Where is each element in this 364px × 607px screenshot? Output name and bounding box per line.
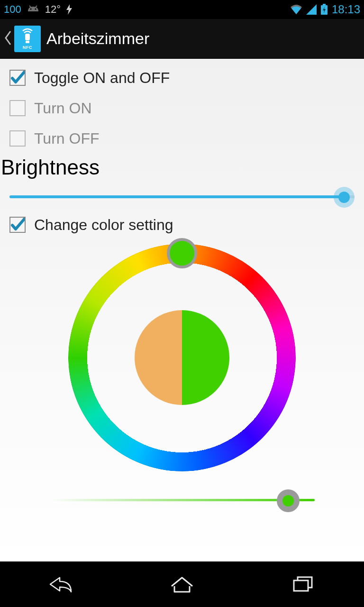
svg-rect-8 — [294, 580, 308, 591]
checkbox-turn-off[interactable] — [9, 130, 26, 147]
label-toggle: Toggle ON and OFF — [34, 69, 170, 87]
status-left: 100 12° — [4, 3, 73, 16]
battery-percent-text: 100 — [4, 3, 21, 16]
row-turn-on[interactable]: Turn ON — [0, 93, 364, 123]
cell-signal-icon — [306, 4, 317, 15]
nav-bar — [0, 561, 364, 607]
label-turn-off: Turn OFF — [34, 130, 99, 147]
brightness-thumb[interactable] — [334, 187, 355, 208]
saturation-thumb[interactable] — [277, 489, 300, 512]
brightness-track-fill — [9, 195, 344, 198]
label-change-color: Change color setting — [34, 216, 173, 234]
content: Toggle ON and OFF Turn ON Turn OFF Brigh… — [0, 59, 364, 561]
battery-charging-icon — [320, 4, 328, 15]
svg-rect-6 — [25, 34, 30, 40]
color-wheel[interactable] — [68, 244, 296, 471]
status-bar: 100 12° 18:13 — [0, 0, 364, 19]
back-icon[interactable] — [4, 30, 12, 47]
checkbox-toggle[interactable] — [9, 70, 26, 86]
label-turn-on: Turn ON — [34, 100, 92, 117]
brightness-label: Brightness — [0, 154, 364, 182]
bolt-icon — [65, 4, 73, 15]
saturation-track — [49, 499, 315, 501]
saturation-slider[interactable] — [49, 486, 315, 514]
status-right: 18:13 — [290, 3, 360, 16]
color-ring-thumb[interactable] — [167, 238, 197, 268]
svg-point-1 — [35, 8, 36, 9]
row-change-color[interactable]: Change color setting — [0, 211, 364, 239]
wifi-icon — [290, 4, 302, 15]
checkbox-turn-on[interactable] — [9, 100, 26, 116]
svg-line-3 — [36, 6, 37, 7]
page-title: Arbeitszimmer — [46, 29, 149, 48]
action-bar: NFC Arbeitszimmer — [0, 19, 364, 59]
svg-point-0 — [30, 8, 31, 9]
temperature-text: 12° — [45, 3, 61, 16]
app-icon-text: NFC — [23, 45, 32, 50]
color-preview — [135, 310, 229, 405]
app-icon[interactable]: NFC — [14, 26, 41, 52]
checkbox-change-color[interactable] — [9, 217, 26, 233]
svg-rect-7 — [26, 41, 29, 43]
nav-home-button[interactable] — [159, 569, 205, 599]
svg-line-2 — [29, 6, 31, 7]
nav-recents-button[interactable] — [281, 569, 326, 599]
row-turn-off[interactable]: Turn OFF — [0, 123, 364, 154]
svg-rect-5 — [323, 4, 326, 5]
brightness-slider[interactable] — [0, 182, 364, 211]
row-toggle-on-off[interactable]: Toggle ON and OFF — [0, 63, 364, 93]
clock-text: 18:13 — [332, 3, 360, 16]
android-debug-icon — [26, 5, 40, 14]
color-wheel-area — [0, 239, 364, 561]
nav-back-button[interactable] — [38, 569, 83, 599]
